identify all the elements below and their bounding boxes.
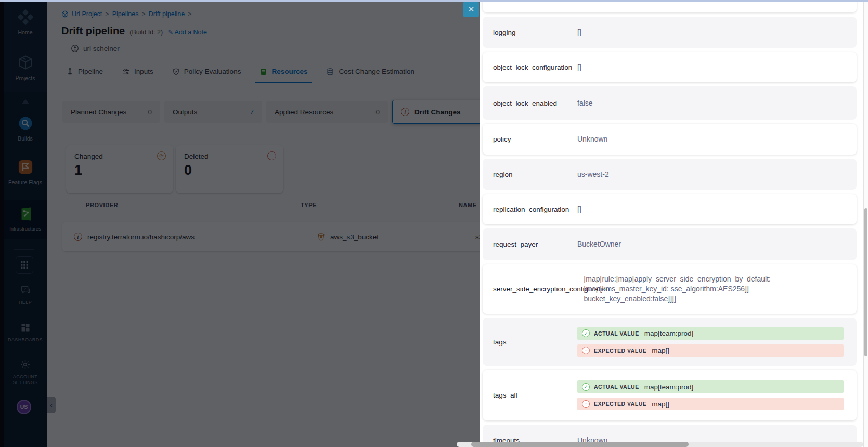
drift-details-drawer: logging [] object_lock_configuration [] …	[480, 0, 868, 447]
expected-value-banner: − EXPECTED VALUE map[]	[577, 398, 844, 410]
horizontal-scrollbar	[457, 442, 863, 447]
attr-value: us-west-2	[577, 170, 609, 180]
attr-key: tags_all	[493, 391, 577, 399]
minus-circle-icon: −	[582, 347, 590, 354]
vertical-scrollbar-thumb[interactable]	[864, 208, 867, 356]
drawer-row-tags-all: tags_all ✓ ACTUAL VALUE map[team:prod] −…	[483, 370, 857, 420]
attr-value: BucketOwner	[577, 239, 621, 249]
drawer-row-request-payer: request_payer BucketOwner	[483, 228, 857, 260]
drawer-row-object-lock-configuration: object_lock_configuration []	[483, 52, 857, 82]
drawer-close-button[interactable]: ✕	[463, 2, 479, 17]
attr-value: []	[577, 205, 581, 214]
attr-key: logging	[493, 29, 577, 36]
minus-circle-icon: −	[582, 400, 590, 408]
attr-key: replication_configuration	[493, 206, 577, 213]
vertical-scrollbar	[863, 2, 868, 447]
attr-key: policy	[493, 135, 577, 143]
horizontal-scrollbar-thumb[interactable]	[471, 442, 689, 447]
attr-key: request_payer	[493, 240, 577, 248]
drawer-row-object-lock-enabled: object_lock_enabled false	[483, 86, 857, 120]
attr-value: []	[577, 62, 581, 72]
drawer-row-region: region us-west-2	[483, 159, 857, 190]
check-circle-icon: ✓	[582, 329, 590, 337]
actual-value-banner: ✓ ACTUAL VALUE map[team:prod]	[577, 380, 844, 393]
attr-value: []	[577, 28, 581, 37]
window-top-strip	[0, 0, 868, 2]
attr-value: [map[rule:[map[apply_server_side_encrypt…	[584, 274, 812, 304]
close-icon: ✕	[468, 5, 475, 14]
attr-key: object_lock_configuration	[493, 63, 577, 71]
drawer-row-sse-configuration: server_side_encryption_configuration [ma…	[483, 264, 857, 314]
drawer-row-logging: logging []	[483, 17, 857, 48]
attr-key: object_lock_enabled	[493, 99, 577, 107]
attr-value: false	[577, 98, 593, 108]
attr-key: region	[493, 171, 577, 178]
drawer-row-tags: tags ✓ ACTUAL VALUE map[team:prod] − EXP…	[483, 318, 857, 366]
actual-value-banner: ✓ ACTUAL VALUE map[team:prod]	[577, 327, 844, 340]
modal-overlay[interactable]	[0, 0, 480, 447]
attr-value: Unknown	[577, 134, 607, 144]
attr-key: tags	[493, 338, 577, 346]
drawer-row-policy: policy Unknown	[483, 124, 857, 155]
check-circle-icon: ✓	[582, 383, 590, 391]
drawer-row-replication-configuration: replication_configuration []	[483, 194, 857, 224]
expected-value-banner: − EXPECTED VALUE map[]	[577, 344, 844, 357]
